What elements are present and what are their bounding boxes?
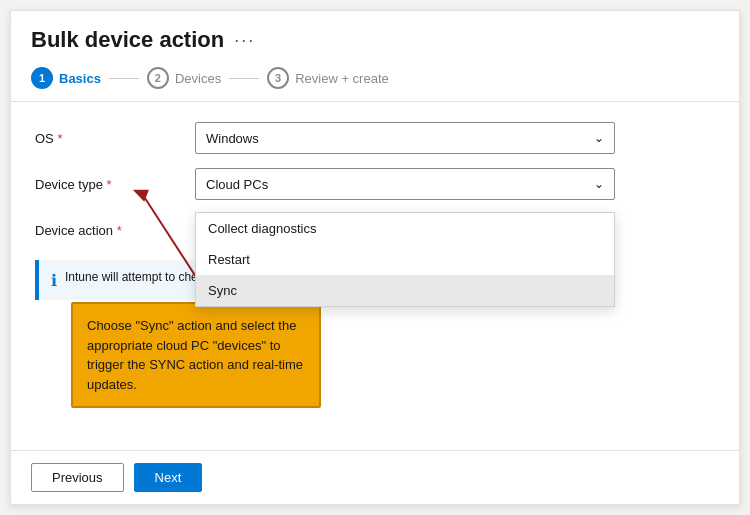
step-2-label: Devices	[175, 71, 221, 86]
dropdown-item-sync[interactable]: Sync	[196, 275, 614, 306]
steps-bar: 1 Basics 2 Devices 3 Review + create	[11, 53, 739, 89]
page-title: Bulk device action	[31, 27, 224, 53]
os-select[interactable]: Windows ⌄	[195, 122, 615, 154]
dropdown-item-collect[interactable]: Collect diagnostics	[196, 213, 614, 244]
next-button[interactable]: Next	[134, 463, 203, 492]
os-required: *	[57, 131, 62, 146]
device-type-select[interactable]: Cloud PCs ⌄	[195, 168, 615, 200]
step-review[interactable]: 3 Review + create	[267, 67, 389, 89]
os-value: Windows	[206, 131, 259, 146]
form-area: OS * Windows ⌄ Device type * Cloud PCs ⌄	[11, 102, 739, 450]
footer: Previous Next	[11, 450, 739, 504]
ellipsis-menu[interactable]: ···	[234, 30, 255, 51]
action-dropdown: Collect diagnostics Restart Sync	[195, 212, 615, 307]
device-action-label: Device action *	[35, 223, 195, 238]
step-1-circle: 1	[31, 67, 53, 89]
annotation-text: Choose "Sync" action and select the appr…	[87, 318, 303, 392]
os-label: OS *	[35, 131, 195, 146]
step-basics[interactable]: 1 Basics	[31, 67, 101, 89]
dropdown-item-restart[interactable]: Restart	[196, 244, 614, 275]
device-type-control: Cloud PCs ⌄	[195, 168, 615, 200]
os-row: OS * Windows ⌄	[35, 122, 715, 154]
step-sep-1	[109, 78, 139, 79]
info-icon: ℹ	[51, 271, 57, 290]
device-action-required: *	[117, 223, 122, 238]
step-3-circle: 3	[267, 67, 289, 89]
annotation-box: Choose "Sync" action and select the appr…	[71, 302, 321, 408]
step-1-label: Basics	[59, 71, 101, 86]
device-type-value: Cloud PCs	[206, 177, 268, 192]
step-3-label: Review + create	[295, 71, 389, 86]
device-type-chevron-icon: ⌄	[594, 177, 604, 191]
device-type-required: *	[107, 177, 112, 192]
previous-button[interactable]: Previous	[31, 463, 124, 492]
step-2-circle: 2	[147, 67, 169, 89]
step-devices[interactable]: 2 Devices	[147, 67, 221, 89]
os-chevron-icon: ⌄	[594, 131, 604, 145]
os-control: Windows ⌄	[195, 122, 615, 154]
step-sep-2	[229, 78, 259, 79]
annotation-area: Choose "Sync" action and select the appr…	[71, 302, 321, 408]
device-type-label: Device type *	[35, 177, 195, 192]
card-header: Bulk device action ···	[11, 11, 739, 53]
device-type-row: Device type * Cloud PCs ⌄	[35, 168, 715, 200]
main-card: Bulk device action ··· 1 Basics 2 Device…	[10, 10, 740, 505]
